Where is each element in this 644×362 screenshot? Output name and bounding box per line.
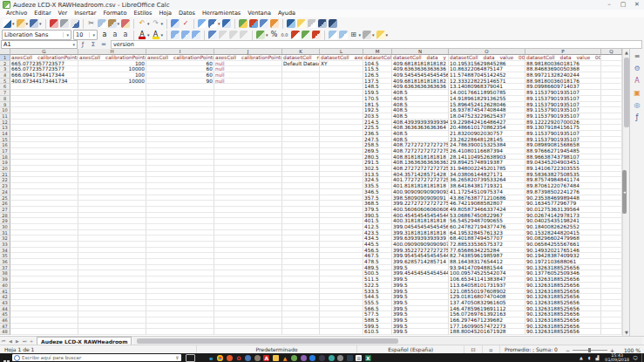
cell-I35[interactable] [146,253,214,259]
cell-H32[interactable] [78,236,146,242]
cell-P26[interactable]: 90.1634577296779 [525,201,601,207]
cell-O46[interactable]: 166.2974671239682 [449,318,525,324]
cell-O42[interactable]: 129.01816807470408 [449,294,525,300]
row-header-45[interactable]: 45 [0,311,10,318]
cell-M15[interactable]: 247.5 [363,137,392,143]
cell-L1[interactable]: datasetColl__axesName [320,55,363,61]
cell-P7[interactable]: 89.11537901935107 [525,90,601,96]
cell-H39[interactable] [78,277,146,283]
cell-K47[interactable] [282,324,320,330]
cell-G38[interactable] [10,270,78,277]
cell-L42[interactable] [320,294,363,300]
row-header-30[interactable]: 30 [0,224,10,230]
cell-P37[interactable]: 90.13263188525656 [525,265,601,271]
cell-G44[interactable] [10,306,78,312]
cell-M21[interactable]: 313.5 [363,172,392,178]
cell-K17[interactable] [282,148,320,154]
cell-H26[interactable] [78,201,146,207]
cell-K23[interactable] [282,183,320,189]
cell-Q36[interactable] [601,259,622,265]
cell-P8[interactable]: 89.11537901935107 [525,96,601,102]
cell-K6[interactable] [282,84,320,90]
horizontal-scrollbar-thumb[interactable] [137,338,398,344]
cell-J43[interactable] [214,300,282,306]
cell-L16[interactable] [320,142,363,148]
new-button[interactable]: ▾ [3,18,15,29]
row-header-5[interactable]: 5 [0,79,10,85]
cell-I28[interactable] [146,213,214,219]
row-header-39[interactable]: 39 [0,277,10,283]
cell-K37[interactable] [282,265,320,271]
cell-M11[interactable]: 203.5 [363,113,392,120]
row-header-23[interactable]: 23 [0,183,10,189]
cell-L47[interactable] [320,324,363,330]
cell-I24[interactable] [146,189,214,195]
cell-L20[interactable] [320,166,363,172]
cell-H20[interactable] [78,166,146,172]
cell-N25[interactable]: 398.5809090909091 [392,195,449,201]
cell-I44[interactable] [146,306,214,312]
cell-K41[interactable] [282,289,320,295]
cell-I2[interactable]: 60 [146,61,214,67]
cell-J27[interactable] [214,207,282,213]
row-header-32[interactable]: 32 [0,236,10,242]
cell-K11[interactable] [282,113,320,120]
cell-J3[interactable]: null [214,66,282,72]
background-color-button[interactable]: ▾ [376,30,389,40]
border-style-button[interactable]: ▾ [363,30,375,40]
cell-H24[interactable] [78,189,146,195]
cell-H44[interactable] [78,306,146,312]
cell-O1[interactable]: datasetColl__data__value__001 [449,55,525,61]
row-header-47[interactable]: 47 [0,324,10,330]
cell-J26[interactable] [214,201,282,207]
merge-and-center-button[interactable] [219,30,227,40]
delete-decimal-place-button[interactable] [312,30,321,40]
cell-O12[interactable]: 19.229842416486427 [449,120,525,126]
cell-Q30[interactable] [601,224,622,230]
cell-N1[interactable]: datasetColl__data__y [392,55,449,61]
cell-J46[interactable] [214,318,282,324]
cell-N47[interactable]: 399.5 [392,324,449,330]
cell-G9[interactable] [10,102,78,108]
cell-J1[interactable]: axesColl__calibrationPoints__dz [214,55,282,61]
cell-J44[interactable] [214,306,282,312]
zoom-slider[interactable]: − + [566,347,614,353]
cell-I31[interactable] [146,230,214,236]
row-header-31[interactable]: 31 [0,230,10,236]
dropdown-arrow-icon[interactable]: ▾ [372,32,375,38]
row-header-20[interactable]: 20 [0,166,10,172]
cell-K38[interactable] [282,270,320,277]
dropdown-arrow-icon[interactable]: ▾ [147,32,150,38]
cell-L3[interactable] [320,66,363,72]
format-as-percent-button[interactable]: % [270,30,279,40]
row-header-46[interactable]: 46 [0,318,10,324]
decrease-indent-button[interactable] [329,30,337,40]
sort-ascending-button[interactable] [198,18,207,29]
cell-L38[interactable] [320,270,363,277]
cell-K16[interactable] [282,142,320,148]
cell-Q2[interactable] [601,61,622,67]
cell-I7[interactable] [146,90,214,96]
cell-I46[interactable] [146,318,214,324]
menu-estilos[interactable]: Estilos [130,10,155,17]
cell-P35[interactable]: 90.19428387409932 [525,253,601,259]
cell-P13[interactable]: 89.13079184156175 [525,125,601,131]
cell-M19[interactable]: 291.5 [363,160,392,166]
row-header-40[interactable]: 40 [0,283,10,289]
cell-O33[interactable]: 72.88533536575372 [449,242,525,248]
cell-G32[interactable] [10,236,78,242]
taskbar-app-vlc[interactable]: ▲ [282,355,288,361]
cell-K1[interactable]: datasetColl__name [282,55,320,61]
cell-O37[interactable]: 93.94147094881544 [449,265,525,271]
cell-I3[interactable]: 60 [146,66,214,72]
cell-P24[interactable]: 89.87398502241276 [525,189,601,195]
cell-J22[interactable] [214,177,282,183]
row-header-2[interactable]: 2 [0,61,10,67]
cell-Q3[interactable] [601,66,622,72]
cell-I19[interactable] [146,160,214,166]
cell-O31[interactable]: 64.19532845761323 [449,230,525,236]
first-sheet-icon[interactable]: ⏮ [0,338,7,345]
cell-I48[interactable] [146,329,214,335]
cell-M27[interactable]: 379.5 [363,207,392,213]
cell-N20[interactable]: 408.27272727272725 [392,166,449,172]
